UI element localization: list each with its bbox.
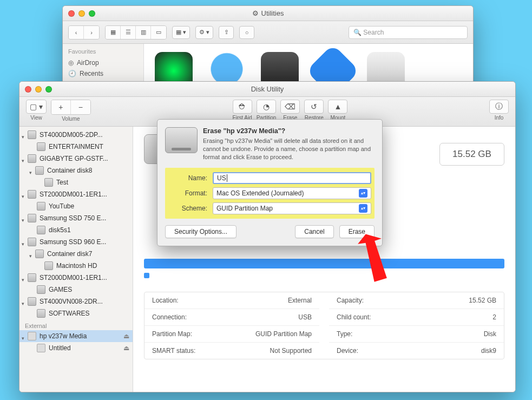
volume-item[interactable]: disk5s1: [19, 224, 133, 236]
view-button[interactable]: ▢ ▾: [26, 100, 47, 114]
airdrop-icon: ◎: [68, 59, 74, 67]
hdd-icon: [28, 238, 36, 246]
folder-icon: ⚙: [252, 9, 259, 17]
disk-item[interactable]: ST4000VN008-2DR...: [19, 296, 133, 307]
utilities-titlebar: ⚙ Utilities: [63, 6, 473, 21]
usage-legend: [144, 273, 504, 278]
window-title: ⚙ Utilities: [63, 9, 473, 17]
volume-item[interactable]: Macintosh HD: [19, 260, 133, 272]
clock-icon: 🕘: [68, 70, 76, 77]
volume-item[interactable]: GAMES: [19, 284, 133, 296]
usb-icon: [28, 332, 36, 340]
view-columns-button[interactable]: ▥: [136, 26, 151, 39]
volume-icon: [37, 344, 45, 352]
dialog-description: Erasing "hp v237w Media" will delete all…: [203, 137, 375, 161]
container-icon: [35, 166, 44, 175]
finder-toolbar: ‹ › ▦ ☰ ▥ ▭ ▦ ▾ ⚙ ▾ ⇪ ○ 🔍 Search: [63, 21, 473, 44]
scheme-select[interactable]: GUID Partition Map▴▾: [213, 202, 371, 214]
view-list-button[interactable]: ☰: [121, 26, 136, 39]
container-item[interactable]: Container disk7: [19, 248, 133, 260]
volume-icon: [37, 142, 45, 151]
sidebar-item-recents[interactable]: 🕘Recents: [68, 68, 138, 79]
container-icon: [35, 250, 44, 258]
volume-icon: [44, 178, 53, 187]
disk-item[interactable]: ST2000DM001-1ER1...: [19, 188, 133, 200]
usage-bar: [144, 259, 504, 268]
external-header: External: [19, 319, 133, 330]
volume-icon: [37, 285, 45, 294]
disk-item[interactable]: ST2000DM001-1ER1...: [19, 272, 133, 284]
du-sidebar: ST4000DM005-2DP... ENTERTAINMENT GIGABYT…: [19, 127, 133, 392]
hdd-icon: [28, 130, 36, 139]
action-button[interactable]: ⚙ ▾: [195, 26, 213, 39]
volume-icon: [44, 261, 53, 270]
container-item[interactable]: Container disk8: [19, 165, 133, 176]
sidebar-item-airdrop[interactable]: ◎AirDrop: [68, 57, 138, 68]
format-select[interactable]: Mac OS Extended (Journaled)▴▾: [213, 187, 371, 199]
erase-button[interactable]: ⌫: [280, 100, 300, 114]
volume-item[interactable]: YouTube: [19, 200, 133, 212]
chevron-updown-icon: ▴▾: [359, 204, 367, 213]
back-button[interactable]: ‹: [69, 26, 84, 39]
name-input[interactable]: US: [213, 172, 371, 184]
volume-icon: [37, 226, 45, 234]
info-button[interactable]: ⓘ: [489, 100, 509, 114]
partition-button[interactable]: ◔: [257, 100, 276, 114]
du-titlebar: Disk Utility: [19, 82, 515, 97]
volume-item[interactable]: SOFTWARES: [19, 307, 133, 319]
arrange-button[interactable]: ▦ ▾: [172, 26, 190, 39]
search-icon: 🔍: [353, 29, 362, 36]
hdd-icon: [28, 190, 36, 199]
volume-remove-button[interactable]: −: [71, 100, 90, 114]
security-options-button[interactable]: Security Options...: [165, 225, 237, 238]
zoom-icon[interactable]: [89, 10, 95, 17]
window-title: Disk Utility: [251, 85, 284, 93]
hdd-icon: [28, 273, 36, 282]
volume-icon: [37, 309, 45, 318]
disk-item-selected[interactable]: hp v237w Media⏏: [19, 330, 133, 342]
hdd-icon: [28, 214, 36, 222]
search-input[interactable]: 🔍 Search: [349, 26, 468, 39]
minimize-icon[interactable]: [78, 10, 85, 17]
eject-icon[interactable]: ⏏: [123, 332, 129, 340]
cancel-button[interactable]: Cancel: [295, 225, 333, 238]
disk-icon: [165, 127, 198, 153]
minimize-icon[interactable]: [35, 86, 42, 93]
hdd-icon: [28, 154, 36, 163]
chevron-updown-icon: ▴▾: [359, 189, 367, 198]
view-gallery-button[interactable]: ▭: [151, 26, 166, 39]
disk-item[interactable]: Samsung SSD 750 E...: [19, 212, 133, 224]
volume-item[interactable]: ENTERTAINMENT: [19, 141, 133, 153]
mount-button[interactable]: ▲: [328, 100, 347, 114]
erase-dialog: Erase "hp v237w Media"? Erasing "hp v237…: [157, 119, 383, 246]
name-label: Name:: [168, 174, 213, 182]
volume-item[interactable]: Untitled⏏: [19, 342, 133, 354]
restore-button[interactable]: ↺: [304, 100, 324, 114]
volume-icon: [37, 202, 45, 211]
volume-add-button[interactable]: +: [51, 100, 71, 114]
volume-item[interactable]: Test: [19, 176, 133, 188]
capacity-button[interactable]: 15.52 GB: [439, 143, 504, 166]
view-icons-button[interactable]: ▦: [106, 26, 121, 39]
zoom-icon[interactable]: [45, 86, 52, 93]
close-icon[interactable]: [68, 10, 75, 17]
forward-button[interactable]: ›: [84, 26, 99, 39]
eject-icon[interactable]: ⏏: [123, 344, 129, 352]
dialog-title: Erase "hp v237w Media"?: [203, 127, 375, 135]
share-button[interactable]: ⇪: [219, 26, 234, 39]
info-table: Location:External Capacity:15.52 GB Conn…: [144, 292, 504, 359]
disk-item[interactable]: GIGABYTE GP-GSTF...: [19, 153, 133, 165]
erase-button[interactable]: Erase: [339, 225, 375, 238]
tags-button[interactable]: ○: [239, 26, 254, 39]
firstaid-button[interactable]: ⛑: [233, 100, 252, 114]
hdd-icon: [28, 297, 36, 306]
disk-item[interactable]: ST4000DM005-2DP...: [19, 129, 133, 141]
scheme-label: Scheme:: [168, 205, 213, 212]
sidebar-header: Favourites: [68, 48, 138, 55]
disk-item[interactable]: Samsung SSD 960 E...: [19, 236, 133, 248]
close-icon[interactable]: [25, 86, 31, 93]
form-highlight: Name: US Format: Mac OS Extended (Journa…: [165, 168, 375, 219]
format-label: Format:: [168, 189, 213, 197]
